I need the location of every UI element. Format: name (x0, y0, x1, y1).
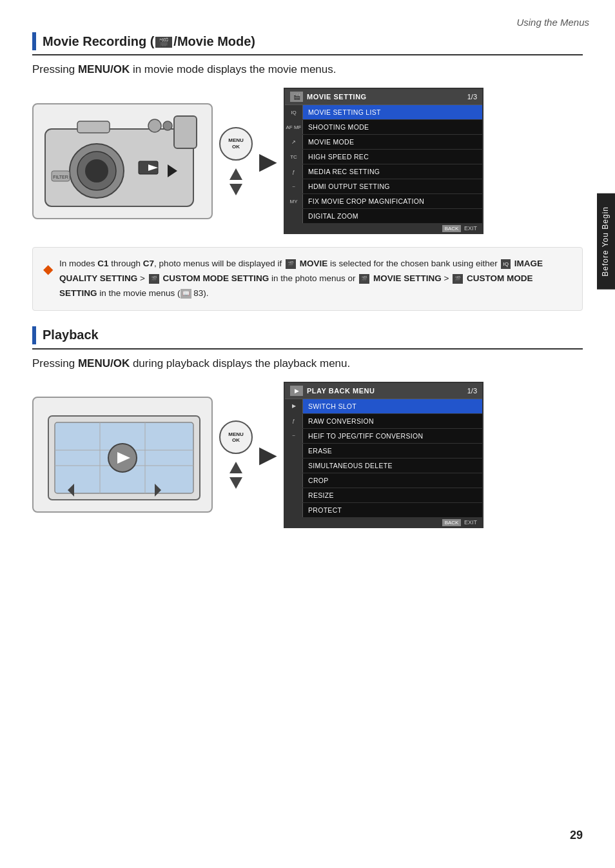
section2-title: Playback (43, 328, 99, 342)
playback-arrow-connector: MENUOK (219, 420, 253, 489)
menu-ok-button-playback: MENUOK (219, 420, 253, 454)
movie-menu-title: MOVIE SETTING (307, 93, 367, 101)
section1-heading: Movie Recording (🎬/Movie Mode) (32, 32, 583, 55)
playback-menu-item-icon-6 (285, 488, 303, 502)
movie-menu-item-label-3: HIGH SPEED REC (303, 152, 374, 162)
playback-menu-item-icon-4 (285, 459, 303, 473)
movie-menu-item-0: IQ MOVIE SETTING LIST (285, 105, 482, 120)
playback-menu-footer: BACK EXIT (285, 518, 482, 527)
movie-menu-item-label-1: SHOOTING MODE (303, 122, 374, 132)
movie-menu-items: IQ MOVIE SETTING LIST AF MF SHOOTING MOD… (285, 105, 482, 224)
movie-menu-item-icon-3: TC (285, 150, 303, 164)
playback-menu-page: 1/3 (467, 387, 477, 395)
playback-menu-item-1: ƒ RAW CONVERSION (285, 414, 482, 429)
playback-menu-icon: ▶ (290, 386, 303, 396)
movie-menu-item-label-0: MOVIE SETTING LIST (303, 107, 386, 117)
playback-menu-item-icon-0: ▶ (285, 399, 303, 413)
playback-menu-item-5: CROP (285, 473, 482, 488)
playback-menu-item-6: RESIZE (285, 488, 482, 503)
movie-menu-item-7: DIGITAL ZOOM (285, 209, 482, 224)
blue-bar-2 (32, 326, 36, 344)
playback-camera-illustration (32, 397, 213, 513)
movie-diagram-row: FILTER MENUOK ▶ (32, 88, 583, 234)
playback-menu-item-icon-1: ƒ (285, 414, 303, 428)
movie-arrow-connector: MENUOK (219, 127, 253, 195)
movie-menu-item-4: ƒ MEDIA REC SETTING (285, 164, 482, 179)
playback-menu-item-label-3: ERASE (303, 446, 337, 456)
movie-menu-page: 1/3 (467, 93, 477, 101)
svg-rect-5 (77, 121, 110, 133)
page-header: Using the Menus (516, 17, 589, 28)
movie-menu-footer: BACK EXIT (285, 224, 482, 233)
movie-menu-item-icon-2: ↗ (285, 135, 303, 149)
movie-menu-item-icon-1: AF MF (285, 120, 303, 134)
movie-menu-item-label-7: DIGITAL ZOOM (303, 211, 364, 221)
right-tab: Before You Begin (597, 193, 615, 290)
svg-rect-1 (174, 116, 197, 148)
blue-bar-1 (32, 32, 36, 50)
movie-menu-item-icon-6: MY (285, 194, 303, 208)
movie-menu-item-icon-7 (285, 209, 303, 223)
page-number: 29 (570, 829, 583, 842)
svg-point-10 (148, 119, 161, 132)
playback-menu-title: PLAY BACK MENU (307, 387, 375, 395)
movie-menu-item-1: AF MF SHOOTING MODE (285, 120, 482, 135)
note-text: In modes C1 through C7, photo menus will… (59, 257, 572, 301)
playback-menu-item-icon-2: ~ (285, 429, 303, 443)
movie-menu-item-icon-5: ~ (285, 179, 303, 193)
playback-menu-item-3: ERASE (285, 444, 482, 459)
movie-menu-item-label-2: MOVIE MODE (303, 137, 359, 147)
movie-menu-item-6: MY FIX MOVIE CROP MAGNIFICATION (285, 194, 482, 209)
movie-menu-item-icon-4: ƒ (285, 164, 303, 179)
menu-ok-button-movie: MENUOK (219, 127, 253, 161)
section2-subtext: Pressing MENU/OK during playback display… (32, 357, 583, 370)
movie-menu-item-2: ↗ MOVIE MODE (285, 135, 482, 150)
playback-menu-item-2: ~ HEIF TO JPEG/TIFF CONVERSION (285, 429, 482, 444)
svg-text:FILTER: FILTER (53, 175, 68, 179)
playback-menu-item-label-7: PROTECT (303, 505, 347, 515)
playback-diagram-row: MENUOK ▶ ▶ PLAY BACK MENU 1/3 ▶ SWITCH S… (32, 382, 583, 528)
playback-menu-item-label-5: CROP (303, 475, 334, 486)
movie-menu-item-5: ~ HDMI OUTPUT SETTING (285, 179, 482, 194)
playback-menu-item-icon-3 (285, 444, 303, 458)
svg-point-4 (85, 159, 108, 182)
note-icon: ◆ (43, 258, 53, 301)
section1-subtext: Pressing MENU/OK in movie mode displays … (32, 63, 583, 76)
playback-menu-screenshot: ▶ PLAY BACK MENU 1/3 ▶ SWITCH SLOT ƒ RAW… (284, 382, 483, 528)
movie-menu-item-label-4: MEDIA REC SETTING (303, 166, 385, 177)
movie-menu-item-label-5: HDMI OUTPUT SETTING (303, 181, 395, 192)
playback-menu-item-label-0: SWITCH SLOT (303, 401, 362, 411)
movie-menu-item-3: TC HIGH SPEED REC (285, 150, 482, 164)
playback-right-arrow: ▶ (259, 443, 277, 466)
playback-menu-items: ▶ SWITCH SLOT ƒ RAW CONVERSION ~ HEIF TO… (285, 399, 482, 518)
section2-heading: Playback (32, 326, 583, 350)
svg-point-11 (163, 121, 172, 130)
playback-menu-item-7: PROTECT (285, 503, 482, 518)
playback-menu-item-label-2: HEIF TO JPEG/TIFF CONVERSION (303, 431, 428, 441)
section1-title: Movie Recording (🎬/Movie Mode) (43, 34, 255, 49)
playback-menu-item-label-1: RAW CONVERSION (303, 416, 379, 426)
movie-menu-icon: 🎬 (290, 92, 303, 102)
note-box: ◆ In modes C1 through C7, photo menus wi… (32, 247, 583, 311)
playback-menu-item-label-4: SIMULTANEOUS DELETE (303, 460, 398, 471)
movie-menu-item-label-6: FIX MOVIE CROP MAGNIFICATION (303, 196, 429, 206)
playback-menu-item-label-6: RESIZE (303, 490, 339, 500)
movie-right-arrow: ▶ (259, 150, 277, 173)
movie-menu-item-icon-0: IQ (285, 105, 303, 119)
playback-menu-item-4: SIMULTANEOUS DELETE (285, 459, 482, 473)
playback-menu-item-0: ▶ SWITCH SLOT (285, 399, 482, 414)
playback-menu-item-icon-5 (285, 473, 303, 488)
playback-menu-item-icon-7 (285, 503, 303, 517)
movie-camera-illustration: FILTER (32, 103, 213, 219)
movie-menu-screenshot: 🎬 MOVIE SETTING 1/3 IQ MOVIE SETTING LIS… (284, 88, 483, 234)
